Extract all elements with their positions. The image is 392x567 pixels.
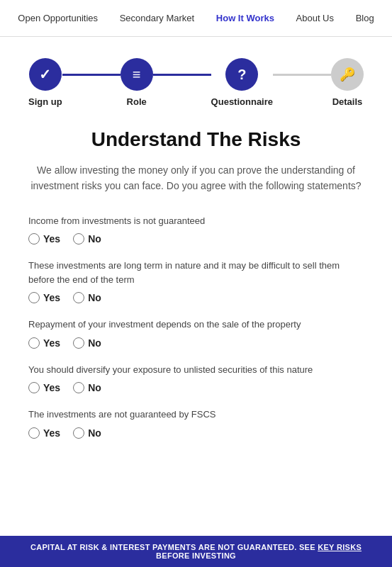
radio-no-3[interactable]: No — [73, 337, 101, 349]
radio-yes-4[interactable]: Yes — [28, 382, 60, 393]
stepper-line-2 — [153, 74, 211, 76]
radio-group-2: Yes No — [28, 292, 364, 303]
yes-label-2: Yes — [43, 292, 60, 303]
step-questionnaire-circle — [225, 58, 258, 91]
question-text-4: You should diversify your exposure to un… — [28, 363, 364, 377]
radio-yes-3[interactable]: Yes — [28, 337, 60, 349]
nav-secondary-market[interactable]: Secondary Market — [120, 13, 195, 23]
question-text-2: These investments are long term in natur… — [28, 259, 364, 286]
radio-input-no-3[interactable] — [73, 337, 84, 349]
radio-input-yes-3[interactable] — [28, 337, 40, 349]
stepper-line-3 — [273, 74, 331, 76]
stepper-line-1 — [62, 74, 121, 76]
page-title: Understand The Risks — [28, 128, 364, 151]
question-text-1: Income from investments is not guarantee… — [28, 214, 364, 228]
step-details: 🔑 Details — [331, 58, 364, 107]
step-signup-label: Sign up — [28, 96, 62, 107]
radio-group-5: Yes No — [28, 427, 364, 439]
footer-text-end: BEFORE INVESTING — [156, 551, 236, 560]
key-icon: 🔑 — [340, 67, 355, 82]
no-label-4: No — [88, 382, 101, 393]
no-label-1: No — [88, 233, 101, 245]
check-icon — [39, 66, 51, 83]
radio-input-no-4[interactable] — [73, 382, 84, 393]
step-role-circle — [121, 58, 153, 91]
page-subtitle: We allow investing the money only if you… — [28, 162, 364, 194]
step-signup: Sign up — [28, 58, 62, 107]
radio-no-4[interactable]: No — [73, 382, 101, 393]
no-label-2: No — [88, 292, 101, 303]
no-label-5: No — [88, 427, 101, 439]
radio-input-no-5[interactable] — [73, 427, 84, 439]
radio-group-1: Yes No — [28, 233, 364, 245]
nav-open-opportunities[interactable]: Open Opportunities — [18, 13, 98, 23]
nav-blog[interactable]: Blog — [356, 13, 374, 23]
step-signup-circle — [29, 58, 62, 91]
step-questionnaire: Questionnaire — [211, 58, 273, 107]
nav-how-it-works[interactable]: How It Works — [216, 13, 274, 23]
radio-no-1[interactable]: No — [73, 233, 101, 245]
question-text-3: Repayment of your investment depends on … — [28, 318, 364, 332]
list-icon — [133, 67, 141, 83]
question-text-5: The investments are not guaranteed by FS… — [28, 408, 364, 422]
footer-banner: CAPITAL AT RISK & INTEREST PAYMENTS ARE … — [0, 536, 392, 567]
question-block-3: Repayment of your investment depends on … — [28, 318, 364, 349]
nav-about-us[interactable]: About Us — [296, 13, 334, 23]
radio-input-no-1[interactable] — [73, 233, 84, 245]
step-details-label: Details — [332, 96, 363, 107]
radio-no-5[interactable]: No — [73, 427, 101, 439]
footer-text: CAPITAL AT RISK & INTEREST PAYMENTS ARE … — [30, 543, 318, 551]
radio-yes-1[interactable]: Yes — [28, 233, 60, 245]
radio-input-yes-1[interactable] — [28, 233, 40, 245]
yes-label-1: Yes — [43, 233, 60, 245]
question-block-1: Income from investments is not guarantee… — [28, 214, 364, 245]
question-icon — [237, 67, 246, 83]
radio-no-2[interactable]: No — [73, 292, 101, 303]
question-block-5: The investments are not guaranteed by FS… — [28, 408, 364, 439]
step-details-circle: 🔑 — [331, 58, 364, 91]
yes-label-4: Yes — [43, 382, 60, 393]
step-role: Role — [121, 58, 153, 107]
stepper: Sign up Role Questionnaire 🔑 Details — [28, 58, 364, 107]
radio-yes-2[interactable]: Yes — [28, 292, 60, 303]
yes-label-5: Yes — [43, 427, 60, 439]
yes-label-3: Yes — [43, 337, 60, 349]
radio-group-3: Yes No — [28, 337, 364, 349]
radio-input-yes-5[interactable] — [28, 427, 40, 439]
question-block-2: These investments are long term in natur… — [28, 259, 364, 303]
step-role-label: Role — [127, 96, 147, 107]
main-content: Understand The Risks We allow investing … — [0, 114, 392, 460]
navigation: Open Opportunities Secondary Market How … — [0, 0, 392, 37]
stepper-section: Sign up Role Questionnaire 🔑 Details — [0, 37, 392, 114]
radio-input-yes-2[interactable] — [28, 292, 40, 303]
step-questionnaire-label: Questionnaire — [211, 96, 273, 107]
question-block-4: You should diversify your exposure to un… — [28, 363, 364, 394]
radio-input-no-2[interactable] — [73, 292, 84, 303]
radio-group-4: Yes No — [28, 382, 364, 393]
radio-yes-5[interactable]: Yes — [28, 427, 60, 439]
radio-input-yes-4[interactable] — [28, 382, 40, 393]
no-label-3: No — [88, 337, 101, 349]
key-risks-link[interactable]: KEY RISKS — [318, 543, 362, 551]
